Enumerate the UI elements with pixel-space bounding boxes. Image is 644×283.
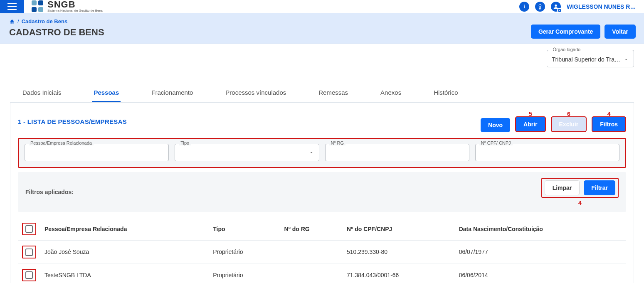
annotation-5: 5 (529, 111, 532, 117)
col-tipo[interactable]: Tipo (209, 218, 280, 241)
tab-remessas[interactable]: Remessas (317, 85, 350, 102)
menu-toggle-button[interactable] (0, 0, 24, 13)
filter-tipo-select[interactable] (175, 144, 319, 161)
col-pessoa[interactable]: Pessoa/Empresa Relacionada (40, 218, 209, 241)
filter-rg-input[interactable] (325, 144, 469, 161)
col-cpf[interactable]: Nº do CPF/CNPJ (343, 218, 455, 241)
svg-point-5 (540, 4, 541, 5)
filter-cpf-input[interactable] (475, 144, 619, 161)
col-nasc[interactable]: Data Nascimento/Constituição (455, 218, 626, 241)
cell-nasc: 06/06/2014 (455, 263, 626, 283)
filter-rg-label: Nº RG (329, 140, 346, 145)
svg-rect-2 (7, 9, 17, 10)
filter-panel: Pessoa/Empresa Relacionada Tipo Nº RG Nº… (18, 138, 626, 168)
breadcrumb: / Cadastro de Bens (9, 18, 635, 25)
filtrar-button[interactable]: Filtrar (584, 180, 615, 195)
table-row[interactable]: João José Souza Proprietário 510.239.330… (18, 241, 626, 263)
cell-cpf: 510.239.330-80 (343, 241, 455, 263)
row-checkbox[interactable] (25, 249, 33, 256)
topbar-icons: WIGLESSON NUNES RO… (519, 2, 644, 12)
abrir-button[interactable]: Abrir (515, 116, 545, 132)
cell-tipo: Proprietário (209, 263, 280, 283)
chevron-down-icon (309, 150, 314, 155)
org-selector-label: Órgão logado (551, 47, 582, 52)
accessibility-icon (537, 3, 543, 10)
annotation-4: 4 (607, 111, 611, 117)
filter-cpf-label: Nº CPF/ CNPJ (479, 140, 513, 145)
table-row[interactable]: TesteSNGB LTDA Proprietário 71.384.043/0… (18, 263, 626, 283)
brand-logo: SNGB Sistema Nacional de Gestão de Bens (32, 0, 103, 12)
applied-filters-row: Filtros aplicados: Limpar Filtrar 4 (18, 172, 626, 212)
svg-rect-3 (524, 6, 525, 8)
brand-name: SNGB (47, 0, 103, 9)
col-rg[interactable]: Nº do RG (280, 218, 343, 241)
cell-pessoa: João José Souza (40, 241, 209, 263)
cell-rg (280, 263, 343, 283)
filter-pessoa-field: Pessoa/Empresa Relacionada (25, 144, 169, 161)
annotation-4-below: 4 (541, 199, 619, 206)
user-avatar-button[interactable] (551, 2, 561, 12)
svg-point-4 (524, 5, 525, 5)
select-all-checkbox[interactable] (25, 225, 33, 233)
cell-nasc: 06/07/1977 (455, 241, 626, 263)
tab-historico[interactable]: Histórico (432, 85, 459, 102)
filtros-button[interactable]: Filtros (592, 116, 626, 132)
brand-mark-icon (32, 0, 43, 12)
user-name-label[interactable]: WIGLESSON NUNES RO… (567, 3, 637, 10)
cell-cpf: 71.384.043/0001-66 (343, 263, 455, 283)
cell-rg (280, 241, 343, 263)
breadcrumb-link[interactable]: Cadastro de Bens (22, 18, 68, 25)
cell-pessoa: TesteSNGB LTDA (40, 263, 209, 283)
home-icon[interactable] (9, 19, 15, 25)
tab-anexos[interactable]: Anexos (379, 85, 403, 102)
org-selector-value: Tribunal Superior do Tra… (552, 56, 620, 63)
content-card: 1 - LISTA DE PESSOAS/EMPRESAS Novo 5 Abr… (10, 103, 634, 283)
filter-tipo-label: Tipo (179, 140, 191, 145)
tab-dados-iniciais[interactable]: Dados Iniciais (21, 85, 63, 102)
svg-rect-1 (7, 6, 17, 7)
tabs: Dados Iniciais Pessoas Fracionamento Pro… (10, 85, 634, 103)
filter-pessoa-input[interactable] (25, 144, 169, 161)
check-icon (558, 9, 561, 12)
brand-subtitle: Sistema Nacional de Gestão de Bens (47, 9, 103, 12)
filter-tipo-field: Tipo (175, 144, 319, 161)
info-icon (521, 4, 527, 10)
pessoas-table: Pessoa/Empresa Relacionada Tipo Nº do RG… (18, 218, 626, 283)
section-title: 1 - LISTA DE PESSOAS/EMPRESAS (18, 118, 127, 125)
row-checkbox[interactable] (25, 271, 33, 279)
novo-button[interactable]: Novo (481, 118, 510, 132)
excluir-button: Excluir (551, 116, 587, 132)
topbar: SNGB Sistema Nacional de Gestão de Bens … (0, 0, 644, 13)
gerar-comprovante-button[interactable]: Gerar Comprovante (531, 25, 600, 39)
section-actions: Novo 5 Abrir 6 Excluir 4 Filtros (481, 111, 626, 132)
voltar-button[interactable]: Voltar (605, 25, 636, 39)
hamburger-icon (7, 3, 17, 10)
svg-rect-0 (7, 3, 17, 4)
limpar-button[interactable]: Limpar (545, 180, 580, 195)
tab-fracionamento[interactable]: Fracionamento (150, 85, 195, 102)
tab-pessoas[interactable]: Pessoas (92, 85, 121, 102)
chevron-down-icon (624, 57, 629, 62)
org-selector[interactable]: Órgão logado Tribunal Superior do Tra… (547, 50, 634, 67)
filter-cpf-field: Nº CPF/ CNPJ (475, 144, 619, 161)
annotation-6: 6 (567, 111, 570, 117)
applied-filters-label: Filtros aplicados: (25, 189, 74, 195)
accessibility-button[interactable] (535, 2, 545, 12)
org-selector-row: Órgão logado Tribunal Superior do Tra… (0, 44, 644, 70)
svg-point-6 (555, 4, 557, 6)
info-button[interactable] (519, 2, 529, 12)
breadcrumb-separator: / (17, 18, 19, 25)
cell-tipo: Proprietário (209, 241, 280, 263)
filter-rg-field: Nº RG (325, 144, 469, 161)
page-header-band: / Cadastro de Bens CADASTRO DE BENS Gera… (0, 13, 644, 44)
tab-processos-vinculados[interactable]: Processos vínculados (224, 85, 288, 102)
filter-pessoa-label: Pessoa/Empresa Relacionada (29, 140, 94, 145)
